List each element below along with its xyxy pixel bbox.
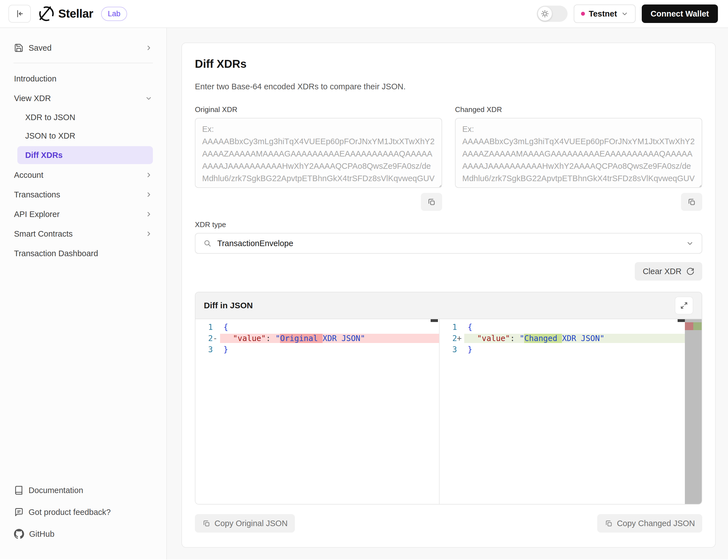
xdr-type-value: TransactionEnvelope [217,239,680,248]
stellar-logo[interactable]: Stellar [39,6,93,22]
sun-icon [541,10,549,18]
sidebar-item-github[interactable]: GitHub [0,524,166,544]
chevron-down-icon [621,10,628,17]
chevron-right-icon [145,211,152,218]
sidebar-item-transactions[interactable]: Transactions [0,185,166,204]
diff-viewer: 1 { 2- "value": "Original XDR JSON" 3 } [195,319,702,504]
diff-pane-original: 1 { 2- "value": "Original XDR JSON" 3 } [195,319,440,504]
search-icon [203,239,212,248]
original-xdr-input[interactable] [195,118,442,188]
copy-changed-json-button[interactable]: Copy Changed JSON [597,514,702,533]
collapse-sidebar-icon [15,9,24,18]
chevron-right-icon [145,191,152,198]
sidebar-item-json-to-xdr[interactable]: JSON to XDR [0,127,166,145]
overview-removed-marker [685,322,693,330]
page-title: Diff XDRs [195,58,702,70]
sidebar-item-label: XDR to JSON [25,113,75,122]
diff-overview-ruler[interactable] [685,319,702,504]
logo-text: Stellar [58,7,93,20]
sidebar-footer: Documentation Got product feedback? G [0,480,166,544]
network-selector[interactable]: Testnet [574,4,636,23]
diff-line: 3 } [440,344,685,355]
theme-toggle[interactable] [537,6,568,22]
chevron-right-icon [145,171,152,179]
changed-xdr-label: Changed XDR [455,105,702,114]
save-icon [14,43,24,53]
connect-wallet-button[interactable]: Connect Wallet [642,4,718,23]
sidebar-item-smart-contracts[interactable]: Smart Contracts [0,224,166,244]
github-icon [14,529,24,539]
refresh-icon [686,267,694,276]
copy-icon [605,519,613,528]
sidebar-item-label: GitHub [29,529,54,539]
sidebar-item-view-xdr[interactable]: View XDR [0,88,166,108]
stellar-logo-icon [39,6,54,22]
network-label: Testnet [589,9,617,18]
page-description: Enter two Base-64 encoded XDRs to compar… [195,82,702,91]
sidebar-item-introduction[interactable]: Introduction [0,69,166,88]
app-header: Stellar Lab Testnet Connect Wallet [0,0,728,28]
sidebar-item-label: API Explorer [14,210,60,219]
sidebar-item-xdr-to-json[interactable]: XDR to JSON [0,108,166,127]
collapse-sidebar-button[interactable] [8,5,31,23]
sidebar-item-account[interactable]: Account [0,165,166,185]
diff-line-added: 2+ "value": "Changed XDR JSON" [440,333,685,344]
sidebar-item-api-explorer[interactable]: API Explorer [0,204,166,224]
original-xdr-label: Original XDR [195,105,442,114]
theme-toggle-knob [538,7,552,21]
diff-panel-title: Diff in JSON [204,301,253,310]
clear-xdr-label: Clear XDR [643,267,682,276]
scrollbar-thumb[interactable] [678,319,685,322]
copy-changed-json-label: Copy Changed JSON [617,519,695,528]
diff-line: 1 { [440,321,685,333]
clear-xdr-button[interactable]: Clear XDR [635,262,702,281]
sidebar-item-label: Smart Contracts [14,229,73,239]
sidebar-item-saved[interactable]: Saved [0,38,166,58]
sidebar: Saved Introduction View XDR XDR to JSON [0,28,167,559]
expand-diff-button[interactable] [675,297,693,314]
sidebar-item-label: Got product feedback? [29,508,111,517]
copy-original-json-label: Copy Original JSON [214,519,288,528]
feedback-bubble-icon [14,507,24,517]
chevron-right-icon [145,44,152,52]
copy-original-json-button[interactable]: Copy Original JSON [195,514,295,533]
changed-xdr-input[interactable] [455,118,702,188]
copy-icon [427,197,436,206]
diff-line-removed: 2- "value": "Original XDR JSON" [195,333,439,344]
copy-icon [687,197,696,206]
chevron-down-icon [686,239,694,247]
sidebar-item-label: Transactions [14,190,60,199]
sidebar-item-label: JSON to XDR [25,131,75,141]
overview-added-marker [693,322,702,330]
xdr-type-select[interactable]: TransactionEnvelope [195,233,702,254]
sidebar-item-documentation[interactable]: Documentation [0,480,166,500]
sidebar-item-label: Transaction Dashboard [14,249,98,258]
sidebar-item-label: Documentation [29,486,83,495]
copy-original-xdr-button[interactable] [421,193,442,211]
sidebar-item-transaction-dashboard[interactable]: Transaction Dashboard [0,244,166,263]
sidebar-item-label: Saved [29,43,52,53]
xdr-type-label: XDR type [195,220,702,229]
sidebar-item-feedback[interactable]: Got product feedback? [0,502,166,522]
main-area: Diff XDRs Enter two Base-64 encoded XDRs… [167,28,728,559]
diff-xdrs-card: Diff XDRs Enter two Base-64 encoded XDRs… [181,43,716,548]
sidebar-item-label: View XDR [14,94,51,103]
sidebar-item-label: Account [14,171,43,180]
copy-icon [202,519,211,528]
diff-pane-changed: 1 { 2+ "value": "Changed XDR JSON" 3 } [440,319,685,504]
diff-line: 1 { [195,321,439,333]
copy-changed-xdr-button[interactable] [681,193,702,211]
network-status-dot [581,12,585,16]
diff-line: 3 } [195,344,439,355]
chevron-down-icon [145,95,152,102]
sidebar-item-label: Diff XDRs [25,151,63,160]
book-icon [14,486,24,495]
sidebar-divider [13,63,153,63]
lab-badge: Lab [101,7,127,21]
chevron-right-icon [145,230,152,237]
scrollbar-thumb[interactable] [431,319,438,322]
diff-json-panel: Diff in JSON 1 [195,292,702,505]
sidebar-item-diff-xdrs[interactable]: Diff XDRs [17,146,153,164]
expand-icon [680,301,688,310]
sidebar-item-label: Introduction [14,74,57,83]
